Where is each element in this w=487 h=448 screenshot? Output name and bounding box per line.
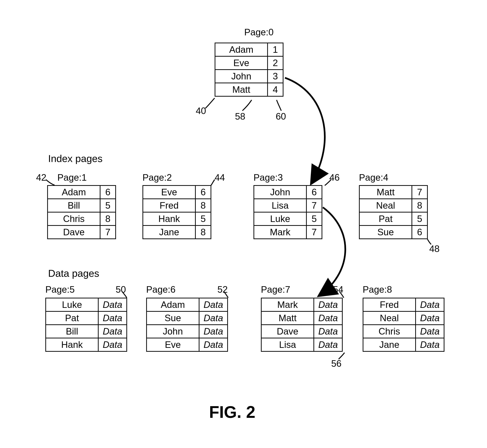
table-row: Eve6 bbox=[143, 185, 211, 199]
page2-title: Page:2 bbox=[142, 172, 172, 183]
page1-title: Page:1 bbox=[57, 172, 86, 183]
ptr-cell: 3 bbox=[267, 70, 283, 83]
key-cell: Pat bbox=[46, 311, 98, 325]
ptr-cell: 5 bbox=[100, 199, 116, 212]
ptr-cell: 7 bbox=[100, 225, 116, 239]
data-cell: Data bbox=[199, 311, 228, 325]
table-row: Pat5 bbox=[359, 212, 427, 225]
table-row: JaneData bbox=[363, 338, 444, 351]
key-cell: Luke bbox=[254, 212, 306, 225]
key-cell: Dave bbox=[261, 325, 314, 338]
table-row: ChrisData bbox=[363, 325, 444, 338]
table-row: Matt7 bbox=[359, 185, 427, 199]
page5-table: LukeData PatData BillData HankData bbox=[45, 298, 127, 352]
ref-48: 48 bbox=[429, 243, 440, 254]
figure-caption: FIG. 2 bbox=[209, 403, 255, 422]
table-row: Adam6 bbox=[47, 185, 116, 199]
table-row: EveData bbox=[147, 338, 228, 351]
data-cell: Data bbox=[416, 311, 444, 325]
ptr-cell: 2 bbox=[267, 56, 283, 70]
key-cell: Mark bbox=[254, 225, 306, 239]
key-cell: Sue bbox=[147, 311, 199, 325]
data-cell: Data bbox=[199, 338, 228, 351]
key-cell: John bbox=[254, 185, 306, 199]
table-row: Fred8 bbox=[143, 199, 211, 212]
table-row: Mark7 bbox=[254, 225, 322, 239]
page0-table: Adam 1 Eve 2 John 3 Matt 4 bbox=[215, 43, 283, 97]
table-row: Jane8 bbox=[143, 225, 211, 239]
key-cell: Luke bbox=[46, 298, 98, 311]
key-cell: John bbox=[215, 70, 267, 83]
page2-table: Eve6 Fred8 Hank5 Jane8 bbox=[142, 185, 211, 239]
key-cell: Dave bbox=[47, 225, 100, 239]
table-row: John 3 bbox=[215, 70, 283, 83]
data-cell: Data bbox=[314, 338, 342, 351]
key-cell: Bill bbox=[46, 325, 98, 338]
ref-40: 40 bbox=[196, 105, 206, 116]
page4-table: Matt7 Neal8 Pat5 Sue6 bbox=[359, 185, 428, 239]
key-cell: Matt bbox=[215, 83, 267, 96]
page7-table: MarkData MattData DaveData LisaData bbox=[261, 298, 343, 352]
key-cell: Neal bbox=[359, 199, 412, 212]
key-cell: Hank bbox=[46, 338, 98, 351]
key-cell: Adam bbox=[147, 298, 199, 311]
table-row: LisaData bbox=[261, 338, 342, 351]
ref-56: 56 bbox=[331, 358, 342, 369]
key-cell: Eve bbox=[147, 338, 199, 351]
ptr-cell: 8 bbox=[412, 199, 427, 212]
ptr-cell: 7 bbox=[306, 225, 322, 239]
data-cell: Data bbox=[199, 298, 228, 311]
page8-table: FredData NealData ChrisData JaneData bbox=[363, 298, 444, 352]
table-row: John6 bbox=[254, 185, 322, 199]
key-cell: Matt bbox=[261, 311, 314, 325]
data-pages-label: Data pages bbox=[48, 267, 99, 279]
data-cell: Data bbox=[199, 325, 228, 338]
key-cell: Fred bbox=[143, 199, 195, 212]
ref-46: 46 bbox=[329, 172, 340, 183]
key-cell: Lisa bbox=[261, 338, 314, 351]
table-row: Hank5 bbox=[143, 212, 211, 225]
key-cell: Fred bbox=[363, 298, 416, 311]
key-cell: Chris bbox=[363, 325, 416, 338]
table-row: Eve 2 bbox=[215, 56, 283, 70]
key-cell: Jane bbox=[143, 225, 195, 239]
ptr-cell: 5 bbox=[195, 212, 211, 225]
data-cell: Data bbox=[98, 298, 127, 311]
table-row: MarkData bbox=[261, 298, 342, 311]
table-row: Bill5 bbox=[47, 199, 116, 212]
ptr-cell: 8 bbox=[195, 225, 211, 239]
page3-table: John6 Lisa7 Luke5 Mark7 bbox=[253, 185, 322, 239]
key-cell: Adam bbox=[47, 185, 100, 199]
ptr-cell: 4 bbox=[267, 83, 283, 96]
table-row: Lisa7 bbox=[254, 199, 322, 212]
ref-44: 44 bbox=[215, 172, 225, 183]
diagram-canvas: Index pages Data pages FIG. 2 Page:0 Ada… bbox=[0, 0, 487, 448]
data-cell: Data bbox=[98, 338, 127, 351]
page8-title: Page:8 bbox=[363, 284, 392, 295]
key-cell: Hank bbox=[143, 212, 195, 225]
page1-table: Adam6 Bill5 Chris8 Dave7 bbox=[47, 185, 116, 239]
ptr-cell: 8 bbox=[100, 212, 116, 225]
table-row: LukeData bbox=[46, 298, 127, 311]
ptr-cell: 5 bbox=[412, 212, 427, 225]
index-pages-label: Index pages bbox=[48, 153, 102, 164]
ptr-cell: 6 bbox=[412, 225, 427, 239]
key-cell: Neal bbox=[363, 311, 416, 325]
page7-title: Page:7 bbox=[261, 284, 290, 295]
ptr-cell: 7 bbox=[412, 185, 427, 199]
key-cell: Matt bbox=[359, 185, 412, 199]
table-row: HankData bbox=[46, 338, 127, 351]
table-row: PatData bbox=[46, 311, 127, 325]
key-cell: Eve bbox=[215, 56, 267, 70]
table-row: DaveData bbox=[261, 325, 342, 338]
data-cell: Data bbox=[314, 325, 342, 338]
data-cell: Data bbox=[98, 325, 127, 338]
table-row: MattData bbox=[261, 311, 342, 325]
key-cell: Mark bbox=[261, 298, 314, 311]
table-row: Matt 4 bbox=[215, 83, 283, 96]
key-cell: Eve bbox=[143, 185, 195, 199]
ptr-cell: 5 bbox=[306, 212, 322, 225]
ptr-cell: 8 bbox=[195, 199, 211, 212]
table-row: AdamData bbox=[147, 298, 228, 311]
page3-title: Page:3 bbox=[253, 172, 283, 183]
